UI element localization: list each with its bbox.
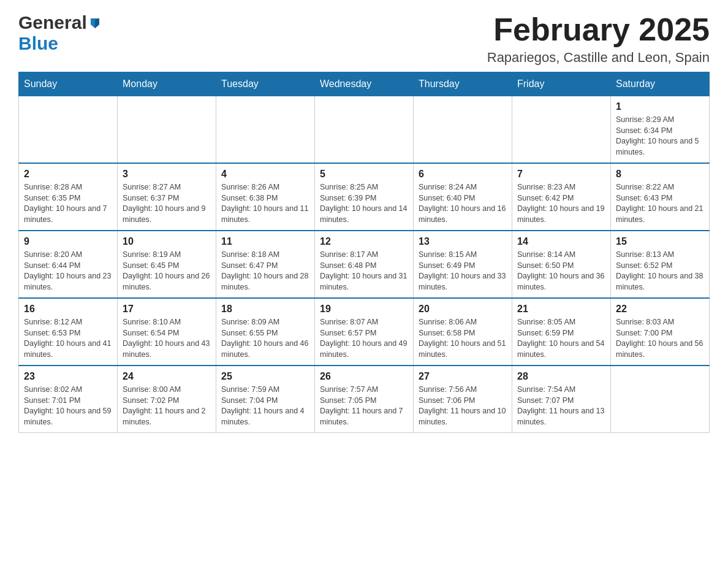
calendar-cell: 11Sunrise: 8:18 AM Sunset: 6:47 PM Dayli…	[216, 231, 315, 298]
calendar-cell: 13Sunrise: 8:15 AM Sunset: 6:49 PM Dayli…	[414, 231, 512, 298]
calendar-cell: 20Sunrise: 8:06 AM Sunset: 6:58 PM Dayli…	[414, 298, 512, 366]
logo-arrow-icon	[88, 16, 102, 32]
day-info: Sunrise: 8:25 AM Sunset: 6:39 PM Dayligh…	[320, 182, 408, 225]
calendar-cell: 18Sunrise: 8:09 AM Sunset: 6:55 PM Dayli…	[216, 298, 315, 366]
calendar-week-2: 2Sunrise: 8:28 AM Sunset: 6:35 PM Daylig…	[19, 163, 710, 231]
calendar-cell: 14Sunrise: 8:14 AM Sunset: 6:50 PM Dayli…	[512, 231, 611, 298]
day-info: Sunrise: 8:28 AM Sunset: 6:35 PM Dayligh…	[24, 182, 112, 225]
calendar-week-5: 23Sunrise: 8:02 AM Sunset: 7:01 PM Dayli…	[19, 366, 710, 433]
calendar-cell: 23Sunrise: 8:02 AM Sunset: 7:01 PM Dayli…	[19, 366, 118, 433]
day-info: Sunrise: 8:09 AM Sunset: 6:55 PM Dayligh…	[221, 317, 309, 360]
weekday-header-friday: Friday	[512, 72, 611, 96]
page-header: General Blue February 2025 Rapariegos, C…	[18, 12, 710, 66]
day-info: Sunrise: 8:26 AM Sunset: 6:38 PM Dayligh…	[221, 182, 309, 225]
day-number: 9	[24, 236, 112, 247]
day-info: Sunrise: 8:20 AM Sunset: 6:44 PM Dayligh…	[24, 250, 112, 293]
calendar-cell: 26Sunrise: 7:57 AM Sunset: 7:05 PM Dayli…	[315, 366, 414, 433]
day-number: 3	[123, 169, 211, 180]
day-number: 27	[419, 371, 507, 382]
calendar-week-1: 1Sunrise: 8:29 AM Sunset: 6:34 PM Daylig…	[19, 96, 710, 164]
calendar-cell: 22Sunrise: 8:03 AM Sunset: 7:00 PM Dayli…	[611, 298, 710, 366]
day-info: Sunrise: 8:07 AM Sunset: 6:57 PM Dayligh…	[320, 317, 408, 360]
month-title: February 2025	[487, 12, 710, 47]
day-number: 12	[320, 236, 408, 247]
day-info: Sunrise: 7:59 AM Sunset: 7:04 PM Dayligh…	[221, 385, 309, 427]
calendar-cell: 28Sunrise: 7:54 AM Sunset: 7:07 PM Dayli…	[512, 366, 611, 433]
calendar-cell	[611, 366, 710, 433]
calendar-cell: 17Sunrise: 8:10 AM Sunset: 6:54 PM Dayli…	[118, 298, 216, 366]
calendar-cell	[315, 96, 414, 164]
day-number: 22	[616, 304, 704, 315]
day-number: 25	[221, 371, 309, 382]
calendar-cell: 16Sunrise: 8:12 AM Sunset: 6:53 PM Dayli…	[19, 298, 118, 366]
day-number: 7	[517, 169, 605, 180]
day-number: 20	[419, 304, 507, 315]
day-info: Sunrise: 8:06 AM Sunset: 6:58 PM Dayligh…	[419, 317, 507, 360]
calendar-cell: 15Sunrise: 8:13 AM Sunset: 6:52 PM Dayli…	[611, 231, 710, 298]
calendar-cell: 21Sunrise: 8:05 AM Sunset: 6:59 PM Dayli…	[512, 298, 611, 366]
title-area: February 2025 Rapariegos, Castille and L…	[487, 12, 710, 66]
day-number: 15	[616, 236, 704, 247]
weekday-header-monday: Monday	[118, 72, 216, 96]
day-info: Sunrise: 8:18 AM Sunset: 6:47 PM Dayligh…	[221, 250, 309, 293]
calendar-cell: 5Sunrise: 8:25 AM Sunset: 6:39 PM Daylig…	[315, 163, 414, 231]
day-info: Sunrise: 8:14 AM Sunset: 6:50 PM Dayligh…	[517, 250, 605, 293]
day-number: 8	[616, 169, 704, 180]
day-number: 17	[123, 304, 211, 315]
day-number: 26	[320, 371, 408, 382]
calendar-cell: 8Sunrise: 8:22 AM Sunset: 6:43 PM Daylig…	[611, 163, 710, 231]
day-info: Sunrise: 8:29 AM Sunset: 6:34 PM Dayligh…	[616, 115, 704, 158]
weekday-header-wednesday: Wednesday	[315, 72, 414, 96]
day-number: 2	[24, 169, 112, 180]
day-info: Sunrise: 7:54 AM Sunset: 7:07 PM Dayligh…	[517, 385, 605, 427]
calendar-cell: 9Sunrise: 8:20 AM Sunset: 6:44 PM Daylig…	[19, 231, 118, 298]
day-number: 14	[517, 236, 605, 247]
calendar-cell	[19, 96, 118, 164]
weekday-header-sunday: Sunday	[19, 72, 118, 96]
weekday-header-row: SundayMondayTuesdayWednesdayThursdayFrid…	[19, 72, 710, 96]
calendar-cell	[118, 96, 216, 164]
calendar-cell: 12Sunrise: 8:17 AM Sunset: 6:48 PM Dayli…	[315, 231, 414, 298]
calendar-cell	[512, 96, 611, 164]
day-info: Sunrise: 7:56 AM Sunset: 7:06 PM Dayligh…	[419, 385, 507, 427]
calendar-cell	[216, 96, 315, 164]
day-number: 6	[419, 169, 507, 180]
day-number: 18	[221, 304, 309, 315]
calendar-cell: 1Sunrise: 8:29 AM Sunset: 6:34 PM Daylig…	[611, 96, 710, 164]
logo: General Blue	[18, 12, 102, 54]
calendar-cell: 24Sunrise: 8:00 AM Sunset: 7:02 PM Dayli…	[118, 366, 216, 433]
day-info: Sunrise: 7:57 AM Sunset: 7:05 PM Dayligh…	[320, 385, 408, 427]
calendar-cell: 7Sunrise: 8:23 AM Sunset: 6:42 PM Daylig…	[512, 163, 611, 231]
location-title: Rapariegos, Castille and Leon, Spain	[487, 50, 710, 66]
day-info: Sunrise: 8:05 AM Sunset: 6:59 PM Dayligh…	[517, 317, 605, 360]
calendar-week-3: 9Sunrise: 8:20 AM Sunset: 6:44 PM Daylig…	[19, 231, 710, 298]
calendar-cell: 2Sunrise: 8:28 AM Sunset: 6:35 PM Daylig…	[19, 163, 118, 231]
day-number: 1	[616, 101, 704, 112]
day-info: Sunrise: 8:13 AM Sunset: 6:52 PM Dayligh…	[616, 250, 704, 293]
calendar-cell	[414, 96, 512, 164]
day-info: Sunrise: 8:27 AM Sunset: 6:37 PM Dayligh…	[123, 182, 211, 225]
calendar-cell: 25Sunrise: 7:59 AM Sunset: 7:04 PM Dayli…	[216, 366, 315, 433]
weekday-header-tuesday: Tuesday	[216, 72, 315, 96]
logo-blue-text: Blue	[18, 33, 58, 53]
day-number: 16	[24, 304, 112, 315]
weekday-header-thursday: Thursday	[414, 72, 512, 96]
day-number: 24	[123, 371, 211, 382]
day-info: Sunrise: 8:10 AM Sunset: 6:54 PM Dayligh…	[123, 317, 211, 360]
day-number: 21	[517, 304, 605, 315]
day-number: 28	[517, 371, 605, 382]
calendar-week-4: 16Sunrise: 8:12 AM Sunset: 6:53 PM Dayli…	[19, 298, 710, 366]
calendar-cell: 19Sunrise: 8:07 AM Sunset: 6:57 PM Dayli…	[315, 298, 414, 366]
day-number: 4	[221, 169, 309, 180]
day-number: 19	[320, 304, 408, 315]
day-info: Sunrise: 8:23 AM Sunset: 6:42 PM Dayligh…	[517, 182, 605, 225]
calendar-cell: 3Sunrise: 8:27 AM Sunset: 6:37 PM Daylig…	[118, 163, 216, 231]
day-info: Sunrise: 8:02 AM Sunset: 7:01 PM Dayligh…	[24, 385, 112, 427]
svg-marker-1	[95, 18, 99, 28]
day-info: Sunrise: 8:19 AM Sunset: 6:45 PM Dayligh…	[123, 250, 211, 293]
calendar-table: SundayMondayTuesdayWednesdayThursdayFrid…	[18, 72, 710, 433]
day-number: 5	[320, 169, 408, 180]
day-info: Sunrise: 8:17 AM Sunset: 6:48 PM Dayligh…	[320, 250, 408, 293]
day-info: Sunrise: 8:22 AM Sunset: 6:43 PM Dayligh…	[616, 182, 704, 225]
day-number: 10	[123, 236, 211, 247]
